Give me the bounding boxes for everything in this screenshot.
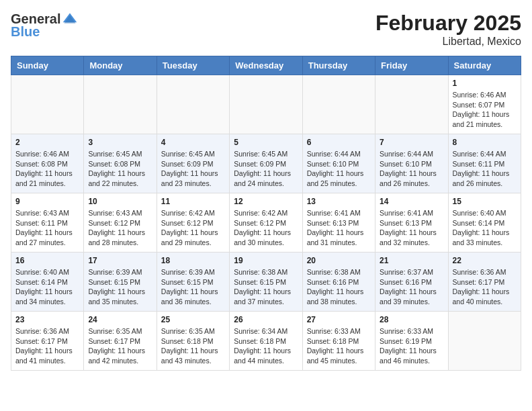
location: Libertad, Mexico [375,36,521,48]
day-number: 22 [453,256,517,265]
day-info: Sunrise: 6:45 AM Sunset: 6:08 PM Dayligh… [88,149,152,189]
weekday-sunday: Sunday [11,56,84,75]
day-info: Sunrise: 6:35 AM Sunset: 6:17 PM Dayligh… [88,326,152,366]
day-number: 28 [380,315,443,324]
day-info: Sunrise: 6:33 AM Sunset: 6:19 PM Dayligh… [380,326,443,366]
day-number: 15 [453,197,517,206]
day-info: Sunrise: 6:38 AM Sunset: 6:16 PM Dayligh… [307,267,371,307]
day-cell-14: 14Sunrise: 6:41 AM Sunset: 6:13 PM Dayli… [375,193,448,253]
day-info: Sunrise: 6:37 AM Sunset: 6:16 PM Dayligh… [380,267,443,307]
day-number: 17 [88,256,152,265]
weekday-tuesday: Tuesday [157,56,229,75]
day-cell-6: 6Sunrise: 6:44 AM Sunset: 6:10 PM Daylig… [302,134,375,193]
day-info: Sunrise: 6:46 AM Sunset: 6:07 PM Dayligh… [453,90,517,130]
day-cell-2: 2Sunrise: 6:46 AM Sunset: 6:08 PM Daylig… [11,134,84,193]
day-number: 1 [453,79,517,88]
week-row-5: 23Sunrise: 6:36 AM Sunset: 6:17 PM Dayli… [11,312,521,371]
day-number: 2 [15,138,79,147]
day-cell-3: 3Sunrise: 6:45 AM Sunset: 6:08 PM Daylig… [84,134,157,193]
day-cell-10: 10Sunrise: 6:43 AM Sunset: 6:12 PM Dayli… [84,193,157,253]
week-row-3: 9Sunrise: 6:43 AM Sunset: 6:11 PM Daylig… [11,193,521,253]
day-number: 10 [88,197,152,206]
day-info: Sunrise: 6:35 AM Sunset: 6:18 PM Dayligh… [161,326,225,366]
day-info: Sunrise: 6:45 AM Sunset: 6:09 PM Dayligh… [161,149,225,189]
empty-cell [11,75,84,134]
day-cell-21: 21Sunrise: 6:37 AM Sunset: 6:16 PM Dayli… [375,253,448,312]
week-row-4: 16Sunrise: 6:40 AM Sunset: 6:14 PM Dayli… [11,253,521,312]
day-info: Sunrise: 6:36 AM Sunset: 6:17 PM Dayligh… [453,267,517,307]
day-number: 26 [234,315,298,324]
day-number: 4 [161,138,225,147]
day-cell-28: 28Sunrise: 6:33 AM Sunset: 6:19 PM Dayli… [375,312,448,371]
day-cell-5: 5Sunrise: 6:45 AM Sunset: 6:09 PM Daylig… [230,134,302,193]
day-info: Sunrise: 6:33 AM Sunset: 6:18 PM Dayligh… [307,326,371,366]
day-info: Sunrise: 6:40 AM Sunset: 6:14 PM Dayligh… [453,208,517,248]
day-info: Sunrise: 6:39 AM Sunset: 6:15 PM Dayligh… [88,267,152,307]
day-number: 14 [380,197,443,206]
day-info: Sunrise: 6:46 AM Sunset: 6:08 PM Dayligh… [15,149,79,189]
weekday-friday: Friday [375,56,448,75]
day-info: Sunrise: 6:44 AM Sunset: 6:10 PM Dayligh… [380,149,443,189]
day-cell-8: 8Sunrise: 6:44 AM Sunset: 6:11 PM Daylig… [448,134,521,193]
empty-cell [375,75,448,134]
day-cell-20: 20Sunrise: 6:38 AM Sunset: 6:16 PM Dayli… [302,253,375,312]
day-number: 9 [15,197,79,206]
day-cell-25: 25Sunrise: 6:35 AM Sunset: 6:18 PM Dayli… [157,312,229,371]
empty-cell [157,75,229,134]
day-number: 19 [234,256,298,265]
day-cell-9: 9Sunrise: 6:43 AM Sunset: 6:11 PM Daylig… [11,193,84,253]
day-number: 7 [380,138,443,147]
title-block: February 2025 Libertad, Mexico [375,11,521,48]
day-cell-19: 19Sunrise: 6:38 AM Sunset: 6:15 PM Dayli… [230,253,302,312]
day-number: 12 [234,197,298,206]
empty-cell [302,75,375,134]
day-info: Sunrise: 6:42 AM Sunset: 6:12 PM Dayligh… [234,208,298,248]
day-number: 18 [161,256,225,265]
day-number: 25 [161,315,225,324]
empty-cell [448,312,521,371]
day-info: Sunrise: 6:34 AM Sunset: 6:18 PM Dayligh… [234,326,298,366]
day-cell-23: 23Sunrise: 6:36 AM Sunset: 6:17 PM Dayli… [11,312,84,371]
day-number: 23 [15,315,79,324]
day-cell-16: 16Sunrise: 6:40 AM Sunset: 6:14 PM Dayli… [11,253,84,312]
page-header: General Blue February 2025 Libertad, Mex… [11,11,521,48]
day-number: 20 [307,256,371,265]
day-number: 13 [307,197,371,206]
day-cell-12: 12Sunrise: 6:42 AM Sunset: 6:12 PM Dayli… [230,193,302,253]
day-cell-11: 11Sunrise: 6:42 AM Sunset: 6:12 PM Dayli… [157,193,229,253]
logo-blue: Blue [11,24,78,39]
month-year: February 2025 [375,11,521,36]
weekday-saturday: Saturday [448,56,521,75]
day-number: 6 [307,138,371,147]
logo: General Blue [11,11,78,39]
week-row-2: 2Sunrise: 6:46 AM Sunset: 6:08 PM Daylig… [11,134,521,193]
day-number: 5 [234,138,298,147]
day-number: 11 [161,197,225,206]
day-number: 3 [88,138,152,147]
day-info: Sunrise: 6:40 AM Sunset: 6:14 PM Dayligh… [15,267,79,307]
calendar: SundayMondayTuesdayWednesdayThursdayFrid… [11,56,521,371]
day-cell-22: 22Sunrise: 6:36 AM Sunset: 6:17 PM Dayli… [448,253,521,312]
day-info: Sunrise: 6:41 AM Sunset: 6:13 PM Dayligh… [307,208,371,248]
day-info: Sunrise: 6:41 AM Sunset: 6:13 PM Dayligh… [380,208,443,248]
empty-cell [84,75,157,134]
weekday-thursday: Thursday [302,56,375,75]
day-cell-24: 24Sunrise: 6:35 AM Sunset: 6:17 PM Dayli… [84,312,157,371]
day-info: Sunrise: 6:45 AM Sunset: 6:09 PM Dayligh… [234,149,298,189]
day-cell-7: 7Sunrise: 6:44 AM Sunset: 6:10 PM Daylig… [375,134,448,193]
day-cell-18: 18Sunrise: 6:39 AM Sunset: 6:15 PM Dayli… [157,253,229,312]
day-info: Sunrise: 6:42 AM Sunset: 6:12 PM Dayligh… [161,208,225,248]
day-cell-27: 27Sunrise: 6:33 AM Sunset: 6:18 PM Dayli… [302,312,375,371]
weekday-wednesday: Wednesday [230,56,302,75]
day-info: Sunrise: 6:36 AM Sunset: 6:17 PM Dayligh… [15,326,79,366]
day-info: Sunrise: 6:44 AM Sunset: 6:10 PM Dayligh… [307,149,371,189]
day-info: Sunrise: 6:39 AM Sunset: 6:15 PM Dayligh… [161,267,225,307]
day-info: Sunrise: 6:44 AM Sunset: 6:11 PM Dayligh… [453,149,517,189]
day-number: 21 [380,256,443,265]
day-number: 8 [453,138,517,147]
day-cell-15: 15Sunrise: 6:40 AM Sunset: 6:14 PM Dayli… [448,193,521,253]
week-row-1: 1Sunrise: 6:46 AM Sunset: 6:07 PM Daylig… [11,75,521,134]
day-number: 27 [307,315,371,324]
day-number: 16 [15,256,79,265]
weekday-header-row: SundayMondayTuesdayWednesdayThursdayFrid… [11,56,521,75]
